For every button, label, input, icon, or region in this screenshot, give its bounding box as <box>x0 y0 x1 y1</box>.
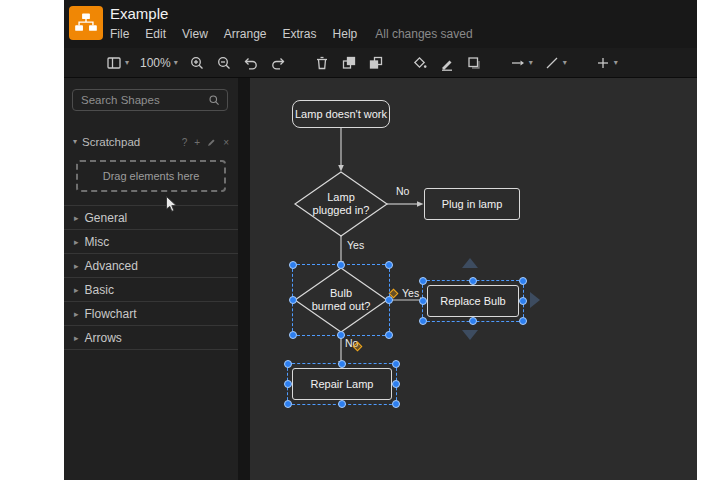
page-view-button[interactable]: ▾ <box>106 55 129 71</box>
scratchpad-add-button[interactable]: + <box>194 137 200 148</box>
save-status: All changes saved <box>375 27 472 41</box>
selection-handle[interactable] <box>385 261 393 269</box>
selection-handle[interactable] <box>337 331 345 339</box>
chevron-right-icon: ▸ <box>74 261 79 271</box>
zoom-in-icon <box>189 55 205 71</box>
search-input[interactable] <box>79 93 208 107</box>
direction-arrow-down-icon[interactable] <box>462 330 478 340</box>
to-front-button[interactable] <box>341 55 357 71</box>
scratchpad-close-button[interactable]: × <box>223 137 229 148</box>
chevron-right-icon: ▸ <box>74 285 79 295</box>
selection-handle[interactable] <box>289 296 297 304</box>
selection-handle[interactable] <box>392 360 400 368</box>
line-color-button[interactable] <box>439 55 455 71</box>
decision1-label[interactable]: Lamp plugged in? <box>306 191 376 217</box>
sidebar-resize-gutter[interactable] <box>238 78 250 480</box>
sidebar-item-arrows[interactable]: ▸ Arrows <box>64 325 238 349</box>
selection-handle[interactable] <box>419 297 427 305</box>
chevron-right-icon: ▸ <box>74 237 79 247</box>
selection-handle[interactable] <box>284 360 292 368</box>
menu-arrange[interactable]: Arrange <box>224 27 267 41</box>
line-color-icon <box>439 55 455 71</box>
selection-handle[interactable] <box>519 277 527 285</box>
section-label: Flowchart <box>85 307 137 321</box>
selection-handle[interactable] <box>419 317 427 325</box>
direction-arrow-up-icon[interactable] <box>462 258 478 268</box>
waypoint-style-button[interactable]: ▾ <box>544 55 567 71</box>
selection-handle[interactable] <box>338 360 346 368</box>
menu-help[interactable]: Help <box>333 27 358 41</box>
menubar: File Edit View Arrange Extras Help All c… <box>110 27 473 41</box>
header: Example File Edit View Arrange Extras He… <box>64 0 697 48</box>
menu-view[interactable]: View <box>182 27 208 41</box>
selection-handle[interactable] <box>284 400 292 408</box>
caret-down-icon: ▾ <box>125 59 129 67</box>
toolbar: ▾ 100% ▾ <box>64 48 697 78</box>
caret-down-icon: ▾ <box>563 59 567 67</box>
zoom-in-button[interactable] <box>189 55 205 71</box>
menu-edit[interactable]: Edit <box>145 27 166 41</box>
insert-button[interactable]: ▾ <box>595 55 618 71</box>
menu-extras[interactable]: Extras <box>283 27 317 41</box>
zoom-dropdown[interactable]: 100% ▾ <box>140 56 178 70</box>
selection-handle[interactable] <box>392 380 400 388</box>
shape-sections: ▸ General ▸ Misc ▸ Advanced ▸ Basic ▸ <box>64 205 238 350</box>
redo-button[interactable] <box>270 55 286 71</box>
caret-down-icon: ▾ <box>529 59 533 67</box>
sidebar-item-misc[interactable]: ▸ Misc <box>64 229 238 253</box>
selection-handle[interactable] <box>337 261 345 269</box>
undo-button[interactable] <box>243 55 259 71</box>
selection-handle[interactable] <box>519 297 527 305</box>
zoom-out-icon <box>216 55 232 71</box>
selection-handle[interactable] <box>469 317 477 325</box>
to-back-button[interactable] <box>368 55 384 71</box>
selection-handle[interactable] <box>289 331 297 339</box>
edge-label-yes1[interactable]: Yes <box>345 239 366 251</box>
shadow-button[interactable] <box>466 55 482 71</box>
caret-down-icon: ▾ <box>174 59 178 67</box>
selection-handle[interactable] <box>519 317 527 325</box>
shapes-sidebar: ▾ Scratchpad ? + × Drag elements here ▸ … <box>64 78 238 480</box>
caret-down-icon: ▾ <box>73 138 77 146</box>
to-back-icon <box>368 55 384 71</box>
edge-label-yes2[interactable]: Yes <box>400 287 421 299</box>
selection-box-replace-bulb <box>422 280 524 322</box>
node-plug-in-lamp[interactable]: Plug in lamp <box>424 188 520 220</box>
direction-arrow-right-icon[interactable] <box>530 292 540 308</box>
redo-icon <box>270 55 286 71</box>
edit-pencil-icon[interactable] <box>207 138 216 147</box>
selection-handle[interactable] <box>284 380 292 388</box>
mouse-cursor <box>166 196 178 213</box>
fill-color-button[interactable] <box>412 55 428 71</box>
section-label: Advanced <box>85 259 138 273</box>
selection-handle[interactable] <box>338 400 346 408</box>
selection-handle[interactable] <box>289 261 297 269</box>
sidebar-item-flowchart[interactable]: ▸ Flowchart <box>64 301 238 325</box>
selection-handle[interactable] <box>385 296 393 304</box>
drawio-logo-icon <box>69 6 103 40</box>
canvas[interactable]: Lamp doesn't work Plug in lamp Replace B… <box>250 78 697 480</box>
selection-handle[interactable] <box>419 277 427 285</box>
edge-label-no1[interactable]: No <box>394 185 411 197</box>
sidebar-item-basic[interactable]: ▸ Basic <box>64 277 238 301</box>
section-label: General <box>85 211 128 225</box>
selection-handle[interactable] <box>469 277 477 285</box>
sidebar-item-general[interactable]: ▸ General <box>64 205 238 229</box>
selection-handle[interactable] <box>385 331 393 339</box>
scratchpad-dropzone[interactable]: Drag elements here <box>76 160 226 192</box>
undo-icon <box>243 55 259 71</box>
scratchpad-header[interactable]: ▾ Scratchpad ? + × <box>73 134 229 150</box>
search-shapes-box[interactable] <box>72 89 228 111</box>
scratchpad-help-button[interactable]: ? <box>182 137 188 148</box>
section-label: Misc <box>85 235 110 249</box>
delete-button[interactable] <box>314 55 330 71</box>
sidebar-item-advanced[interactable]: ▸ Advanced <box>64 253 238 277</box>
scratchpad-label: Scratchpad <box>82 136 140 148</box>
connection-style-button[interactable]: ▾ <box>510 55 533 71</box>
chevron-right-icon: ▸ <box>74 333 79 343</box>
section-label: Arrows <box>85 331 122 345</box>
zoom-out-button[interactable] <box>216 55 232 71</box>
node-start[interactable]: Lamp doesn't work <box>292 100 390 128</box>
menu-file[interactable]: File <box>110 27 129 41</box>
selection-handle[interactable] <box>392 400 400 408</box>
